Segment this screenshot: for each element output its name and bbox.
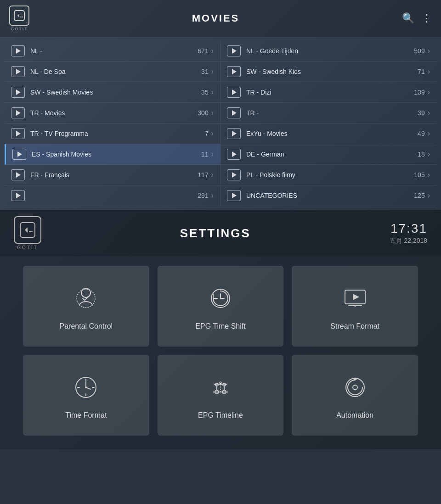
time-format-icon <box>69 371 102 404</box>
more-options-icon[interactable]: ⋮ <box>422 12 432 24</box>
movie-name: SW - Swedish Kids <box>246 68 418 75</box>
settings-datetime: 17:31 五月 22,2018 <box>390 221 428 245</box>
movie-item-tr-dizi[interactable]: TR - Dizi 139 › <box>220 82 436 103</box>
time-format-label: Time Format <box>65 411 107 420</box>
movie-item-uncategories[interactable]: UNCATEGORIES 125 › <box>220 185 436 206</box>
play-icon <box>11 45 25 56</box>
gotit-logo-text-large: GOTIT <box>17 245 38 250</box>
chevron-right-icon: › <box>428 67 430 76</box>
chevron-right-icon: › <box>211 171 214 179</box>
movie-count: 39 <box>418 109 425 117</box>
movie-count: 125 <box>414 192 424 199</box>
movie-item-tr-blurred[interactable]: TR - 39 › <box>220 103 436 123</box>
epg-timeline-card[interactable]: EPG Timeline <box>158 355 284 436</box>
parental-control-icon <box>69 282 102 315</box>
movie-name: TR - Dizi <box>246 89 414 96</box>
chevron-right-icon: › <box>211 191 214 200</box>
movie-item-nl-despa[interactable]: NL - De Spa 31 › <box>5 62 220 82</box>
movies-title: MOVIES <box>29 12 402 24</box>
movie-item-blurred[interactable]: 291 › <box>5 185 220 206</box>
movie-item-tr-tvprog[interactable]: TR - TV Programma 7 › <box>5 123 220 144</box>
play-icon <box>227 45 241 56</box>
parental-control-card[interactable]: Parental Control <box>23 266 149 347</box>
play-icon <box>227 169 241 180</box>
movies-header: GOTIT MOVIES 🔍 ⋮ <box>0 0 441 37</box>
movie-count: 291 <box>198 192 208 199</box>
movies-logo: GOTIT <box>9 6 29 31</box>
settings-date: 五月 22,2018 <box>390 237 428 245</box>
play-icon <box>227 149 241 160</box>
gotit-logo-text: GOTIT <box>11 27 28 31</box>
epg-time-shift-label: EPG Time Shift <box>195 322 245 330</box>
movie-item-sw-movies[interactable]: SW - Swedish Movies 35 › <box>5 82 220 103</box>
gotit-logo-icon <box>9 6 29 26</box>
chevron-right-icon: › <box>428 88 430 96</box>
settings-time: 17:31 <box>390 221 427 236</box>
chevron-right-icon: › <box>428 47 430 55</box>
movie-name: ES - Spanish Movies <box>32 151 201 158</box>
movie-item-fr[interactable]: FR - Français 117 › <box>5 165 220 185</box>
chevron-right-icon: › <box>428 150 430 158</box>
movie-count: 31 <box>201 68 209 75</box>
movie-item-nl-goede[interactable]: NL - Goede Tijden 509 › <box>220 41 436 62</box>
movie-count: 35 <box>201 89 209 96</box>
epg-timeline-label: EPG Timeline <box>198 411 243 420</box>
settings-logo: GOTIT <box>14 216 41 250</box>
search-icon[interactable]: 🔍 <box>402 12 414 24</box>
play-icon <box>11 87 25 98</box>
movie-name: TR - TV Programma <box>30 130 205 137</box>
movie-count: 671 <box>198 47 208 55</box>
movie-item-nl[interactable]: NL - 671 › <box>5 41 220 62</box>
movie-count: 11 <box>201 151 209 158</box>
chevron-right-icon: › <box>428 191 430 200</box>
movie-name: NL - <box>30 47 198 55</box>
movie-item-tr-movies[interactable]: TR - Movies 300 › <box>5 103 220 123</box>
automation-icon <box>339 371 372 404</box>
chevron-right-icon: › <box>428 109 430 117</box>
movie-name: UNCATEGORIES <box>246 192 414 199</box>
movie-count: 49 <box>418 130 425 137</box>
epg-time-shift-icon <box>204 282 237 315</box>
chevron-right-icon: › <box>211 88 214 96</box>
svg-point-20 <box>85 386 87 388</box>
movie-count: 18 <box>418 151 425 158</box>
play-icon <box>227 107 241 118</box>
play-icon <box>12 149 26 160</box>
play-icon <box>11 128 25 139</box>
chevron-right-icon: › <box>428 171 430 179</box>
parental-control-label: Parental Control <box>60 322 113 330</box>
time-format-card[interactable]: Time Format <box>23 355 149 436</box>
play-icon <box>11 107 25 118</box>
movie-count: 71 <box>418 68 425 75</box>
movie-item-sw-kids[interactable]: SW - Swedish Kids 71 › <box>220 62 436 82</box>
header-actions: 🔍 ⋮ <box>402 12 432 24</box>
play-icon <box>227 87 241 98</box>
movie-item-de-german[interactable]: DE - German 18 › <box>220 144 436 165</box>
svg-point-12 <box>354 305 356 307</box>
movie-count: 300 <box>198 109 208 117</box>
chevron-right-icon: › <box>211 47 214 55</box>
gotit-logo-icon-large <box>14 216 41 244</box>
movie-item-pl[interactable]: PL - Polskie filmy 105 › <box>220 165 436 185</box>
play-icon <box>11 190 25 201</box>
settings-header: GOTIT SETTINGS 17:31 五月 22,2018 <box>0 210 441 257</box>
automation-card[interactable]: Automation <box>292 355 418 436</box>
movie-name: ExYu - Movies <box>246 130 418 137</box>
movie-item-es-spanish[interactable]: ES - Spanish Movies 11 › <box>5 144 220 165</box>
automation-label: Automation <box>336 411 373 420</box>
movie-name: DE - German <box>246 151 418 158</box>
movies-section: GOTIT MOVIES 🔍 ⋮ NL - 671 › NL - Goede T… <box>0 0 441 210</box>
epg-time-shift-card[interactable]: EPG Time Shift <box>158 266 284 347</box>
movie-name: FR - Français <box>30 171 198 179</box>
movie-name: PL - Polskie filmy <box>246 171 414 179</box>
settings-grid: Parental Control EPG Time Shift <box>0 257 441 449</box>
chevron-right-icon: › <box>211 109 214 117</box>
play-icon <box>227 66 241 77</box>
play-icon <box>227 190 241 201</box>
stream-format-icon <box>339 282 372 315</box>
svg-point-33 <box>353 385 357 390</box>
stream-format-card[interactable]: Stream Format <box>292 266 418 347</box>
play-icon <box>227 128 241 139</box>
movie-item-exyu[interactable]: ExYu - Movies 49 › <box>220 123 436 144</box>
movie-count: 7 <box>205 130 209 137</box>
